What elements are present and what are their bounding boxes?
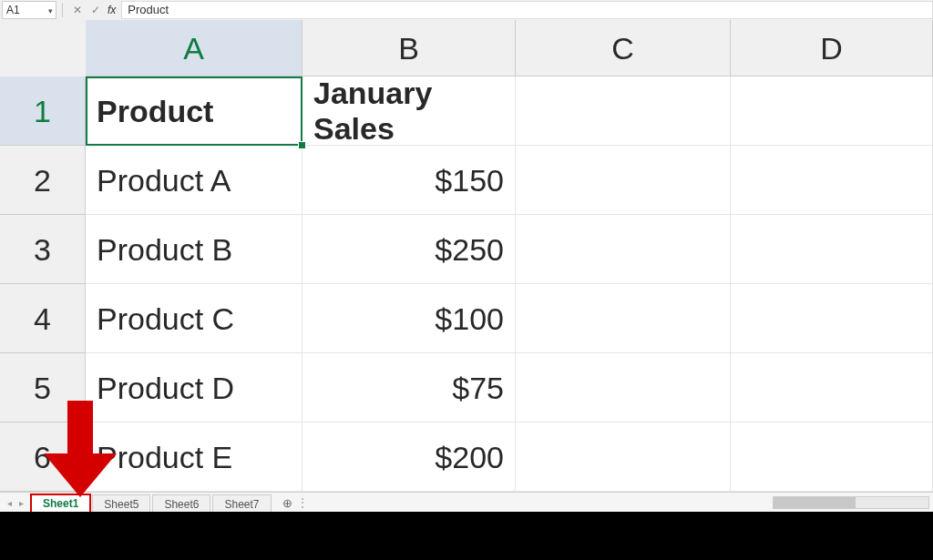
row-header-1[interactable]: 1: [0, 76, 86, 146]
cell-D6[interactable]: [731, 423, 933, 492]
column-header-A[interactable]: A: [86, 20, 302, 76]
row-header-3[interactable]: 3: [0, 215, 86, 284]
cell-D4[interactable]: [731, 284, 933, 353]
row-header-2[interactable]: 2: [0, 146, 86, 215]
scrollbar-thumb[interactable]: [774, 497, 856, 508]
letterbox: [0, 512, 933, 560]
cell-C4[interactable]: [516, 284, 731, 353]
column-headers: A B C D: [86, 20, 933, 76]
cells: Product January Sales Product A $150 Pro…: [86, 76, 933, 492]
cell-B6[interactable]: $200: [302, 423, 516, 492]
cell-A5[interactable]: Product D: [86, 353, 302, 423]
enter-icon[interactable]: ✓: [89, 4, 102, 16]
fx-button[interactable]: fx: [108, 4, 116, 16]
tab-bar-divider-icon: ⋮: [297, 496, 308, 509]
cell-D5[interactable]: [731, 353, 933, 423]
cell-A4[interactable]: Product C: [86, 284, 302, 353]
cell-B2[interactable]: $150: [302, 146, 516, 215]
cell-C2[interactable]: [516, 146, 731, 215]
spreadsheet-grid: A B C D 1 2 3 4 5 6 Product January Sale…: [0, 20, 933, 492]
cell-D1[interactable]: [731, 76, 933, 146]
cell-A6[interactable]: Product E: [86, 423, 302, 492]
sheet-tab-bar: ◂ ▸ Sheet1 Sheet5 Sheet6 Sheet7 ⊕ ⋮: [0, 492, 933, 513]
cell-C5[interactable]: [516, 353, 731, 423]
row-header-6[interactable]: 6: [0, 423, 86, 492]
column-header-C[interactable]: C: [516, 20, 731, 76]
sheet-tab-sheet5[interactable]: Sheet5: [92, 494, 150, 513]
name-box[interactable]: A1 ▾: [2, 1, 56, 19]
sheet-tab-sheet7[interactable]: Sheet7: [212, 494, 271, 513]
cell-A3[interactable]: Product B: [86, 215, 302, 284]
cell-A1[interactable]: Product: [86, 76, 302, 146]
cell-C3[interactable]: [516, 215, 731, 284]
fill-handle[interactable]: [298, 141, 306, 149]
cell-A2[interactable]: Product A: [86, 146, 302, 215]
formula-bar: A1 ▾ ✕ ✓ fx Product: [0, 0, 933, 21]
column-header-D[interactable]: D: [731, 20, 933, 76]
row-header-5[interactable]: 5: [0, 353, 86, 423]
horizontal-scrollbar[interactable]: [773, 496, 929, 509]
sheet-tab-sheet6[interactable]: Sheet6: [152, 494, 210, 513]
name-box-value: A1: [6, 4, 20, 16]
select-all-corner[interactable]: [0, 20, 87, 77]
cell-B1[interactable]: January Sales: [302, 76, 516, 146]
cell-C1[interactable]: [516, 76, 731, 146]
separator: [62, 3, 63, 17]
chevron-down-icon[interactable]: ▾: [48, 6, 53, 15]
tab-nav-prev-icon[interactable]: ◂: [7, 498, 12, 508]
row-header-4[interactable]: 4: [0, 284, 86, 353]
cell-B5[interactable]: $75: [302, 353, 516, 423]
cell-D2[interactable]: [731, 146, 933, 215]
tab-nav-arrows: ◂ ▸: [0, 498, 31, 508]
column-header-B[interactable]: B: [302, 20, 516, 76]
row-headers: 1 2 3 4 5 6: [0, 76, 86, 492]
add-sheet-button[interactable]: ⊕: [279, 494, 297, 512]
sheet-tab-sheet1[interactable]: Sheet1: [31, 494, 90, 513]
tab-nav-next-icon[interactable]: ▸: [19, 498, 24, 508]
cell-B4[interactable]: $100: [302, 284, 516, 353]
cell-B3[interactable]: $250: [302, 215, 516, 284]
cancel-icon[interactable]: ✕: [71, 4, 84, 16]
formula-input[interactable]: Product: [121, 1, 933, 19]
cell-D3[interactable]: [731, 215, 933, 284]
cell-C6[interactable]: [516, 423, 731, 492]
sheet-tabs: Sheet1 Sheet5 Sheet6 Sheet7: [31, 493, 273, 513]
